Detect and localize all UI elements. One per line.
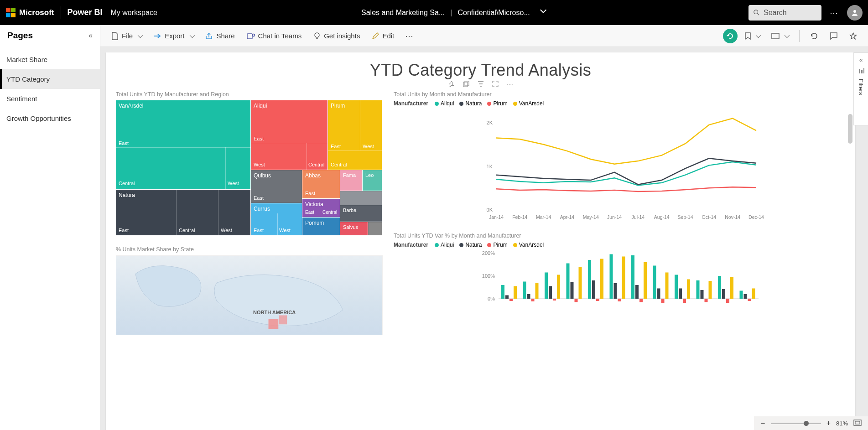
svg-rect-35 [514, 286, 517, 299]
svg-rect-84 [863, 68, 864, 73]
svg-rect-52 [610, 254, 613, 299]
svg-rect-78 [748, 299, 751, 301]
refresh-button[interactable] [806, 30, 822, 42]
view-menu[interactable] [767, 30, 793, 42]
status-bar: − + 81% [754, 416, 868, 430]
teams-icon [247, 32, 255, 40]
filter-icon[interactable] [478, 81, 484, 88]
svg-rect-77 [744, 294, 747, 299]
svg-text:Mar-14: Mar-14 [536, 214, 551, 220]
svg-rect-76 [740, 291, 743, 299]
map-visual[interactable]: NORTH AMERICA [116, 255, 383, 335]
page-item-growth[interactable]: Growth Opportunities [0, 109, 100, 128]
filters-pane-collapsed[interactable]: « Filters [853, 52, 868, 125]
zoom-slider[interactable] [771, 423, 821, 424]
svg-rect-61 [657, 289, 660, 299]
report-title: YTD Category Trend Analysis [116, 61, 845, 80]
svg-rect-34 [509, 299, 513, 301]
svg-rect-75 [730, 277, 733, 299]
svg-rect-83 [861, 70, 863, 73]
svg-rect-73 [722, 289, 725, 299]
svg-rect-40 [545, 273, 548, 299]
page-item-market-share[interactable]: Market Share [0, 50, 100, 69]
svg-rect-68 [696, 280, 700, 299]
svg-rect-59 [644, 262, 647, 299]
svg-rect-71 [709, 281, 712, 299]
svg-rect-60 [653, 266, 656, 299]
svg-rect-36 [523, 282, 526, 299]
page-item-ytd-category[interactable]: YTD Category [0, 69, 100, 89]
svg-rect-50 [596, 299, 599, 301]
line-chart-visual[interactable]: 0K1K2KJan-14Feb-14Mar-14Apr-14May-14Jun-… [394, 109, 845, 223]
svg-rect-8 [772, 33, 779, 39]
brand-label: Microsoft [19, 8, 54, 17]
zoom-in-button[interactable]: + [826, 419, 831, 427]
canvas-scrollbar[interactable] [848, 114, 852, 144]
comment-button[interactable] [825, 30, 842, 42]
refresh-icon [811, 32, 818, 40]
file-menu[interactable]: File [107, 29, 146, 43]
svg-rect-79 [752, 289, 755, 299]
breadcrumb: Sales and Marketing Sa... | Confidential… [157, 9, 748, 17]
star-icon [849, 32, 857, 40]
svg-rect-45 [571, 282, 574, 299]
svg-rect-69 [701, 290, 704, 299]
export-icon [153, 33, 161, 39]
focus-icon[interactable] [492, 81, 499, 88]
line-chart-title: Total Units by Month and Manufacturer [394, 91, 845, 98]
workspace-link[interactable]: My workspace [111, 9, 157, 17]
chevron-down-icon[interactable] [540, 6, 546, 13]
report-name[interactable]: Sales and Marketing Sa... [361, 9, 445, 17]
more-options-icon[interactable]: ⋯ [830, 8, 839, 18]
svg-rect-56 [631, 255, 634, 299]
map-title: % Units Market Share by State [116, 246, 383, 253]
favorite-button[interactable] [845, 30, 862, 42]
product-label: Power BI [68, 8, 103, 17]
svg-rect-80 [854, 420, 861, 425]
zoom-out-button[interactable]: − [760, 419, 765, 428]
svg-rect-51 [600, 259, 603, 299]
export-menu[interactable]: Export [149, 29, 198, 42]
svg-rect-58 [639, 299, 643, 302]
svg-text:May-14: May-14 [583, 214, 599, 220]
user-avatar[interactable] [847, 5, 863, 21]
chat-teams-button[interactable]: Chat in Teams [242, 29, 307, 42]
svg-rect-32 [501, 285, 504, 299]
report-toolbar: File Export Share Chat in Teams Get insi… [100, 25, 868, 47]
breadcrumb-divider: | [450, 9, 452, 17]
bookmark-menu[interactable] [740, 30, 764, 42]
sensitivity-label[interactable]: Confidential\Microso... [457, 9, 530, 17]
edit-button[interactable]: Edit [367, 29, 399, 42]
treemap-visual[interactable]: VanArsdel East Central West Natura East … [116, 100, 383, 236]
collapse-pane-icon[interactable]: « [88, 31, 93, 40]
search-input[interactable]: Search [748, 5, 821, 21]
toolbar-more-icon[interactable]: ⋯ [405, 31, 414, 41]
bar-legend: Manufacturer Aliqui Natura Pirum VanArsd… [394, 242, 845, 248]
svg-rect-46 [575, 299, 578, 302]
fit-to-page-button[interactable] [853, 420, 862, 427]
svg-text:Apr-14: Apr-14 [560, 214, 575, 220]
svg-rect-64 [675, 275, 678, 299]
page-item-sentiment[interactable]: Sentiment [0, 89, 100, 109]
microsoft-logo-icon [5, 8, 16, 18]
svg-rect-4 [247, 34, 252, 39]
expand-filters-icon[interactable]: « [859, 57, 863, 63]
reset-button[interactable] [723, 29, 738, 43]
filters-icon [858, 68, 864, 74]
pencil-icon [372, 32, 379, 40]
lightbulb-icon [313, 32, 321, 40]
svg-text:Oct-14: Oct-14 [702, 214, 717, 220]
svg-rect-41 [549, 286, 552, 299]
svg-text:Jul-14: Jul-14 [632, 214, 645, 220]
visual-more-icon[interactable]: ⋯ [507, 81, 513, 88]
svg-text:100%: 100% [482, 273, 495, 279]
copy-icon[interactable] [463, 81, 469, 88]
svg-text:0%: 0% [488, 296, 495, 301]
bar-chart-visual[interactable]: 0%100%200% [394, 251, 845, 319]
svg-rect-70 [705, 299, 708, 302]
zoom-percent: 81% [836, 420, 848, 427]
treemap-title: Total Units YTD by Manufacturer and Regi… [116, 91, 383, 98]
insights-button[interactable]: Get insights [309, 29, 364, 43]
pin-icon[interactable] [448, 81, 455, 88]
share-button[interactable]: Share [201, 29, 239, 42]
